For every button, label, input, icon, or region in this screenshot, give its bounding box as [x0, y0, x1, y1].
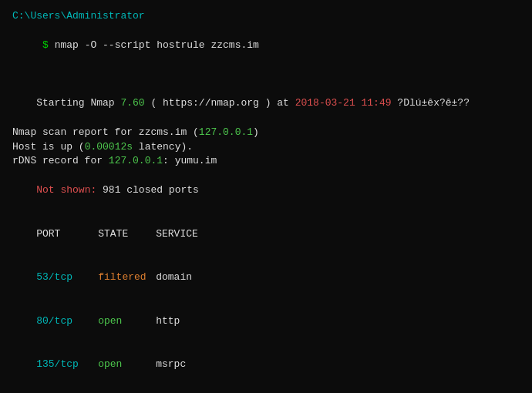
port-val: 80/tcp	[36, 314, 98, 329]
state-val: filtered	[98, 270, 156, 285]
table-row: 53/tcpfiltereddomain	[12, 256, 520, 300]
service-val: http	[156, 314, 180, 329]
col-port-header: PORT	[36, 227, 98, 242]
table-row: 135/tcpopenmsrpc	[12, 343, 520, 387]
port-val: 135/tcp	[36, 358, 98, 372]
scan-ip: 127.0.0.1	[199, 126, 253, 138]
port-val: 53/tcp	[36, 270, 98, 285]
terminal-window: C:\Users\Administrator $ nmap -O --scrip…	[0, 0, 532, 393]
rdns-ip: 127.0.0.1	[109, 155, 163, 166]
col-state-header: STATE	[98, 227, 156, 242]
command-line: $ nmap -O --script hostrule zzcms.im	[12, 24, 520, 68]
starting-middle: ( https://nmap.org ) at	[145, 97, 295, 109]
host-line: Host is up (0.00012s latency).	[12, 140, 520, 155]
service-val: domain	[156, 270, 192, 285]
starting-prefix: Starting Nmap	[36, 97, 120, 109]
scan-report-line: Nmap scan report for zzcms.im (127.0.0.1…	[12, 126, 520, 140]
service-val: msrpc	[156, 358, 186, 372]
rdns-line: rDNS record for 127.0.0.1: yumu.im	[12, 154, 520, 169]
prompt-symbol: $	[36, 39, 54, 51]
table-row: 80/tcpopenhttp	[12, 300, 520, 344]
not-shown-label: Not shown:	[36, 184, 103, 196]
starting-line: Starting Nmap 7.60 ( https://nmap.org ) …	[12, 82, 520, 126]
starting-suffix: ?Dlú±êx?ê±??	[392, 97, 470, 109]
host-latency: 0.00012s	[85, 141, 133, 153]
state-val: open	[98, 358, 156, 372]
scan-date: 2018-03-21 11:49	[295, 97, 392, 109]
nmap-version: 7.60	[120, 97, 144, 109]
path-line: C:\Users\Administrator	[12, 9, 520, 24]
state-val: open	[98, 314, 156, 329]
table-row: 443/tcpopenhttps	[12, 387, 520, 393]
not-shown-count: 981 closed ports	[103, 184, 199, 196]
blank-line-1	[12, 67, 520, 82]
port-table-header: PORTSTATESERVICE	[12, 213, 520, 257]
col-service-header: SERVICE	[156, 227, 198, 242]
command-text: nmap -O --script hostrule zzcms.im	[55, 39, 259, 51]
not-shown-line: Not shown: 981 closed ports	[12, 169, 520, 213]
